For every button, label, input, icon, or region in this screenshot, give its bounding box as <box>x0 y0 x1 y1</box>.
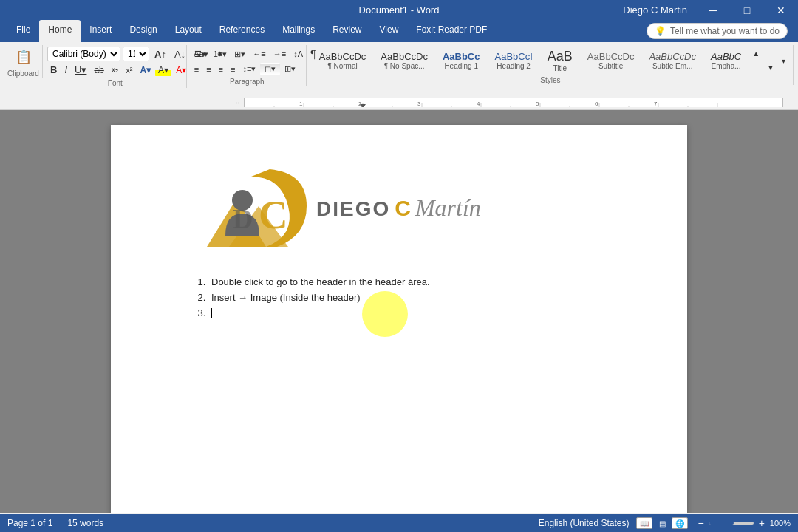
svg-text:3: 3 <box>417 100 421 107</box>
style-no-spacing[interactable]: AaBbCcDc ¶ No Spac... <box>374 49 434 72</box>
style-heading2[interactable]: AaBbCcI Heading 2 <box>488 49 539 72</box>
sort-button[interactable]: ↕A <box>290 48 306 60</box>
clipboard-label: Clipboard <box>7 69 39 78</box>
ruler-track: 1 2 3 4 5 6 7 <box>244 98 783 107</box>
multilevel-button[interactable]: ⊞▾ <box>231 48 248 61</box>
numbered-list: Double click to go to the header in the … <box>192 276 628 318</box>
page-info: Page 1 of 1 <box>7 518 52 528</box>
view-print-button[interactable]: ▤ <box>654 517 670 529</box>
user-name: Diego C Martin <box>614 4 696 16</box>
tab-mailings[interactable]: Mailings <box>273 20 324 42</box>
svg-text:4: 4 <box>477 100 480 107</box>
tab-home[interactable]: Home <box>39 20 81 42</box>
ribbon-font: Calibri (Body) 11 A↑ A↓ Aa▾ ✦ B I U▾ ab … <box>44 45 187 88</box>
tell-me-bar[interactable]: 💡 Tell me what you want to do <box>647 23 788 39</box>
view-buttons: 📖 ▤ 🌐 <box>636 517 688 529</box>
logo-graphic: D C <box>192 162 310 254</box>
logo-area: D C DIEGO C Martín <box>192 162 628 254</box>
svg-text:7: 7 <box>654 100 658 107</box>
paste-button[interactable]: 📋 <box>10 47 37 67</box>
strikethrough-button[interactable]: ab <box>91 64 106 77</box>
ribbon-styles: AaBbCcDc ¶ Normal AaBbCcDc ¶ No Spac... … <box>308 45 794 85</box>
ribbon-clipboard: 📋 Clipboard <box>4 45 43 78</box>
style-emphasis[interactable]: AaBbC Empha... <box>704 49 748 72</box>
decrease-indent-button[interactable]: ←≡ <box>250 48 268 60</box>
text-effects-button[interactable]: A▾ <box>137 64 154 77</box>
list-item-3 <box>208 307 628 318</box>
tab-foxit[interactable]: Foxit Reader PDF <box>407 20 496 42</box>
borders-button[interactable]: ⊞▾ <box>282 63 299 75</box>
view-read-button[interactable]: 📖 <box>636 517 652 529</box>
status-bar-right: English (United States) 📖 ▤ 🌐 − + 100% <box>539 516 791 530</box>
bullets-button[interactable]: ☰▾ <box>191 48 209 61</box>
tab-layout[interactable]: Layout <box>166 20 211 42</box>
style-heading1[interactable]: AaBbCc Heading 1 <box>436 49 487 72</box>
zoom-level: 100% <box>770 519 791 528</box>
numbering-button[interactable]: 1≡▾ <box>211 48 231 61</box>
document-title: Document1 - Word <box>359 4 440 16</box>
maximize-button[interactable]: □ <box>730 0 764 20</box>
title-bar: Document1 - Word Diego C Martin ─ □ ✕ <box>0 0 798 20</box>
status-bar: Page 1 of 1 15 words English (United Sta… <box>0 514 798 532</box>
paragraph-label: Paragraph <box>191 77 303 86</box>
text-cursor <box>211 308 212 318</box>
list-item-1: Double click to go to the header in the … <box>208 276 628 287</box>
highlight-color-button[interactable]: A▾ <box>155 64 171 77</box>
styles-scroll-down[interactable]: ▼ <box>764 62 777 73</box>
ribbon-tabs: File Home Insert Design Layout Reference… <box>0 20 798 42</box>
align-center-button[interactable]: ≡ <box>203 64 214 75</box>
style-subtitle[interactable]: AaBbCcDc Subtitle <box>581 49 641 72</box>
logo-text: DIEGO C Martín <box>316 194 481 222</box>
title-bar-controls: Diego C Martin ─ □ ✕ <box>614 0 798 20</box>
ribbon-paragraph: ☰▾ 1≡▾ ⊞▾ ←≡ →≡ ↕A ¶ ≡ ≡ ≡ ≡ ↕≡▾ ◻▾ ⊞▾ P… <box>188 45 307 86</box>
tab-design[interactable]: Design <box>120 20 166 42</box>
language-indicator[interactable]: English (United States) <box>539 518 630 528</box>
font-label: Font <box>47 78 183 88</box>
zoom-in-button[interactable]: + <box>757 516 767 530</box>
page: D C DIEGO C Martín Double click to go to… <box>111 125 687 513</box>
content-area: Double click to go to the header in the … <box>192 276 628 318</box>
styles-label: Styles <box>313 76 788 85</box>
list-item-2: Insert → Image (Inside the header) <box>208 292 628 303</box>
view-web-button[interactable]: 🌐 <box>672 517 688 529</box>
tab-review[interactable]: Review <box>324 20 370 42</box>
svg-text:D: D <box>233 203 253 234</box>
zoom-bar: − + 100% <box>695 516 791 530</box>
document-area: D C DIEGO C Martín Double click to go to… <box>0 110 798 513</box>
close-button[interactable]: ✕ <box>764 0 798 20</box>
word-count: 15 words <box>67 518 103 528</box>
tab-view[interactable]: View <box>371 20 408 42</box>
decrease-font-button[interactable]: A↓ <box>171 47 188 61</box>
svg-text:1: 1 <box>299 100 303 107</box>
increase-indent-button[interactable]: →≡ <box>270 48 289 60</box>
styles-expand[interactable]: ▾ <box>779 55 788 66</box>
ribbon-main: 📋 Clipboard Calibri (Body) 11 A↑ A↓ Aa▾ … <box>0 42 798 95</box>
increase-font-button[interactable]: A↑ <box>151 47 169 61</box>
bold-button[interactable]: B <box>47 63 60 77</box>
font-name-select[interactable]: Calibri (Body) <box>47 47 120 61</box>
svg-text:C: C <box>259 192 288 237</box>
line-spacing-button[interactable]: ↕≡▾ <box>239 63 259 75</box>
justify-button[interactable]: ≡ <box>228 64 238 75</box>
style-normal[interactable]: AaBbCcDc ¶ Normal <box>313 49 373 72</box>
tab-insert[interactable]: Insert <box>81 20 120 42</box>
svg-text:5: 5 <box>536 100 539 107</box>
zoom-slider[interactable] <box>709 522 754 525</box>
styles-scroll-up[interactable]: ▲ <box>749 48 763 59</box>
superscript-button[interactable]: x² <box>123 64 135 76</box>
tab-references[interactable]: References <box>211 20 273 42</box>
align-right-button[interactable]: ≡ <box>216 64 226 75</box>
subscript-button[interactable]: x₂ <box>109 64 122 76</box>
underline-button[interactable]: U▾ <box>72 63 89 77</box>
ruler: ↔ <box>0 95 798 110</box>
align-left-button[interactable]: ≡ <box>191 64 202 75</box>
style-subtle-em[interactable]: AaBbCcDc Subtle Em... <box>642 49 703 72</box>
shading-button[interactable]: ◻▾ <box>260 63 280 75</box>
font-color-button[interactable]: A▾ <box>173 64 189 77</box>
zoom-out-button[interactable]: − <box>695 516 706 530</box>
font-size-select[interactable]: 11 <box>123 47 149 61</box>
tab-file[interactable]: File <box>7 20 39 42</box>
style-title[interactable]: AaB Title <box>541 47 579 75</box>
minimize-button[interactable]: ─ <box>696 0 730 20</box>
italic-button[interactable]: I <box>61 63 70 77</box>
